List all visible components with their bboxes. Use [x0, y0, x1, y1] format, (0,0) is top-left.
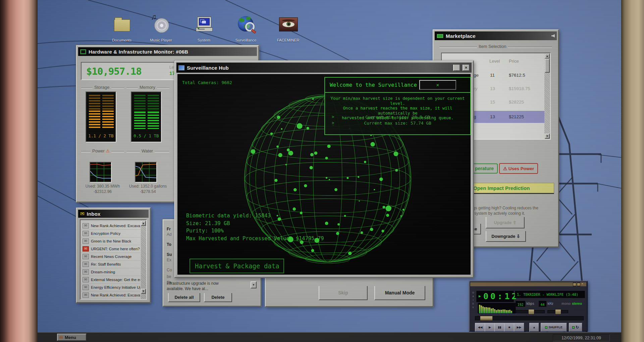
list-item[interactable]: ✉Re: Staff Benefits — [81, 261, 140, 268]
item-level: 13 — [490, 86, 495, 91]
desktop-icon-surveillance[interactable]: Surveillance — [235, 14, 257, 44]
list-item[interactable]: ✉New Rank Achieved: Excavato... — [81, 222, 140, 230]
dropdown-arrow-button[interactable]: ▼ — [251, 281, 257, 288]
clock-tray: 12/02/1999, 22:31:09 — [553, 334, 610, 341]
desktop-icon-music-player[interactable]: ♫ Music Player — [150, 14, 172, 44]
loop-button[interactable]: ↻ — [569, 323, 582, 332]
storage-value: 1.1 / 2 TB — [86, 133, 116, 138]
upgrade-button[interactable]: Upgrade ⇧ — [486, 217, 525, 228]
visualiser-canvas: Total Cameras: 9602 Biometric data yield… — [177, 74, 471, 275]
dialog-close-button[interactable]: × — [419, 80, 456, 90]
player-titlebar[interactable] — [470, 282, 586, 286]
balance-handle[interactable] — [555, 309, 561, 315]
icon-label: Documents — [106, 38, 137, 42]
hardware-titlebar[interactable]: Hardware & Infrastructure Monitor: #06B — [78, 47, 257, 56]
volume-handle[interactable] — [528, 309, 534, 315]
stop-button[interactable]: ■ — [504, 323, 515, 332]
skip-button[interactable]: Skip — [319, 286, 368, 300]
desktop-icon-documents[interactable]: Documents — [111, 14, 132, 44]
power-graph — [90, 162, 112, 183]
dialog-text: Your min/max harvest size is dependent o… — [327, 96, 468, 106]
desktop-icon-faceminer[interactable]: FACEMINER — [277, 14, 299, 44]
eject-button[interactable]: ▲ — [529, 323, 539, 332]
mail-icon: ✉ — [83, 269, 89, 275]
welcome-dialog: Welcome to the Surveillance Visualiser! … — [324, 77, 471, 135]
harvest-package-button[interactable]: Harvest & Package data — [190, 259, 284, 273]
speaker-icon[interactable] — [551, 34, 555, 38]
cd-icon — [154, 18, 169, 33]
pause-button[interactable]: ▮▮ — [494, 323, 505, 332]
warning-icon: ⚠ — [106, 148, 110, 153]
scrollbar-track[interactable] — [141, 220, 146, 299]
max-processed-value: Max Harvested and Processed Value: $1479… — [186, 235, 324, 243]
downgrade-button[interactable]: Downgrade ⇩ — [486, 231, 526, 242]
item-price: $7612.5 — [509, 73, 525, 78]
clutterbar[interactable]: OAIDV — [472, 291, 474, 309]
list-item[interactable]: ✉External Message: Get the edge... — [81, 276, 140, 284]
shuffle-button[interactable]: SHUFFLE — [541, 323, 567, 332]
power-group: Power ⚠ Used: 380.35 MWh -$2312.96 — [81, 148, 124, 199]
play-indicator-icon: ▶ — [479, 294, 481, 298]
balance-slider[interactable] — [547, 310, 568, 314]
water-label: Water — [140, 148, 155, 153]
play-button[interactable]: ▶ — [485, 323, 495, 332]
samplerate-unit: kHz — [547, 302, 553, 305]
list-item[interactable]: ✉Encryption Policy — [81, 230, 140, 237]
time-display[interactable]: ▶ 00:12 — [476, 291, 514, 302]
delete-button[interactable]: Delete — [204, 293, 232, 302]
mail-icon-urgent: ✉ — [83, 246, 89, 252]
volume-slider[interactable] — [516, 310, 545, 314]
scroll-up-button[interactable]: ▲ — [141, 221, 146, 226]
spectrum-analyzer — [478, 303, 516, 314]
total-cameras: Total Cameras: 9602 — [182, 80, 232, 85]
menu-button[interactable]: m Menu — [57, 334, 87, 341]
min-size: Current min size: 28.9 GB — [325, 115, 470, 120]
open-impact-prediction-button[interactable]: Open Impact Prediction — [470, 183, 554, 194]
list-item[interactable]: ✉New Rank Achieved: Excavato... — [81, 291, 140, 299]
list-item[interactable]: ✉Dream-mining — [81, 268, 140, 276]
temperature-badge: perature — [471, 163, 498, 174]
samplerate-display: 44 — [539, 301, 546, 307]
crt-monitor: Documents ♫ Music Player System Surveill… — [0, 0, 644, 342]
uses-power-badge: ⚠ Uses Power — [499, 163, 538, 174]
close-button[interactable]: × — [463, 65, 470, 71]
message-body-line: infrastructure upgrade is now — [167, 281, 250, 286]
previous-button[interactable]: ◀◀ — [475, 323, 485, 332]
list-item[interactable]: ✉Recent News Coverage — [81, 253, 140, 261]
storage-label: Storage — [93, 85, 111, 90]
manual-mode-button[interactable]: Manual Mode — [374, 286, 425, 300]
mail-subject: Dream-mining — [91, 270, 115, 274]
player-shade-button[interactable] — [577, 283, 580, 286]
seek-handle[interactable] — [480, 316, 493, 321]
player-close-icon[interactable]: × — [581, 282, 585, 286]
player-minimize-button[interactable] — [573, 283, 576, 286]
icon-label: FACEMINER — [273, 38, 304, 42]
column-header-level: Level — [489, 59, 500, 64]
seek-bar[interactable] — [475, 316, 584, 321]
surveillance-titlebar[interactable]: Surveillance Hub _ × — [176, 63, 472, 73]
inbox-titlebar[interactable]: ✉ Inbox — [78, 210, 149, 218]
list-item-urgent[interactable]: ✉URGENT: High Electricity Usage — [81, 299, 140, 300]
window-title: Surveillance Hub — [187, 65, 229, 71]
scrollbar-thumb[interactable] — [545, 59, 550, 73]
loop-indicator — [572, 326, 575, 329]
minimize-button[interactable]: _ — [453, 65, 460, 71]
scroll-down-button[interactable]: ▼ — [141, 289, 146, 294]
track-title-display[interactable]: 1. TEKRIDER - WORKLIFE (3:48) — [515, 291, 585, 298]
window-title: Inbox — [87, 211, 101, 217]
list-item-urgent[interactable]: ✉URGENT: Come here often? — [81, 245, 140, 253]
desktop-icon-system[interactable]: System — [193, 14, 215, 44]
list-item[interactable]: ✉Green is the New Black — [81, 237, 140, 245]
list-item[interactable]: ✉Energy Efficiency Initiative Upd... — [81, 284, 140, 291]
chip-icon — [80, 49, 86, 54]
delete-all-button[interactable]: Delete all — [168, 293, 200, 302]
clock: 12/02/1999, 22:31:09 — [561, 336, 601, 340]
next-button[interactable]: ▶▶ — [514, 323, 524, 332]
harvest-size: Size: 21.39 GB — [186, 220, 324, 227]
scroll-down-button[interactable]: ▼ — [545, 134, 550, 139]
scroll-up-button[interactable]: ▲ — [545, 54, 550, 59]
mail-subject: Re: Staff Benefits — [91, 262, 121, 266]
marketplace-titlebar[interactable]: Marketplace — [435, 31, 557, 40]
bitrate-display: 192 — [516, 301, 525, 307]
mail-subject: URGENT: Come here often? — [91, 247, 140, 251]
